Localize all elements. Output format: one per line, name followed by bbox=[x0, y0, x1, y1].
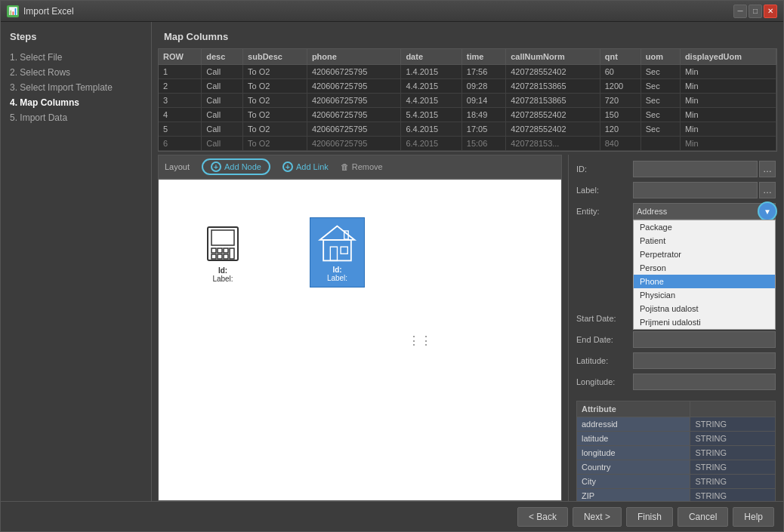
id-input[interactable] bbox=[633, 161, 758, 177]
window-icon: 📊 bbox=[7, 5, 19, 17]
canvas-body[interactable]: Id: Label: bbox=[158, 179, 562, 501]
step-3: 3. Select Import Template bbox=[10, 80, 142, 95]
svg-rect-6 bbox=[218, 254, 222, 259]
attr-type-header bbox=[690, 401, 776, 417]
add-link-button[interactable]: + Add Link bbox=[282, 161, 329, 172]
attr-table-row: longitudeSTRING bbox=[577, 446, 776, 460]
data-table-container: ROW desc subDesc phone date time callNum… bbox=[158, 48, 777, 152]
address-node-container: Id: Label: bbox=[310, 217, 365, 288]
entity-input[interactable]: Address bbox=[633, 203, 776, 220]
col-header-uom: uom bbox=[640, 49, 680, 65]
dropdown-item-pojistna[interactable]: Pojistna udalost bbox=[634, 302, 775, 315]
cancel-button[interactable]: Cancel bbox=[678, 507, 728, 527]
address-node-icon bbox=[316, 223, 358, 264]
svg-rect-12 bbox=[341, 247, 347, 254]
start-date-label: Start Date: bbox=[576, 314, 633, 323]
dropdown-item-physician[interactable]: Physician bbox=[634, 288, 775, 302]
phone-node[interactable]: Id: Label: bbox=[200, 221, 245, 283]
dropdown-item-patient[interactable]: Patient bbox=[634, 234, 775, 248]
table-row: 4CallTo O24206067257955.4.201518:4942072… bbox=[159, 108, 776, 122]
col-header-row: ROW bbox=[159, 49, 202, 65]
entity-label: Entity: bbox=[576, 207, 633, 216]
add-link-label: Add Link bbox=[296, 162, 329, 171]
end-date-row: End Date: bbox=[576, 331, 776, 348]
remove-label: Remove bbox=[352, 162, 383, 171]
step-4-active: 4. Map Columns bbox=[10, 95, 142, 110]
col-header-subdesc: subDesc bbox=[243, 49, 307, 65]
main-window: 📊 Import Excel ─ □ ✕ Steps 1. Select Fil… bbox=[0, 0, 784, 532]
bottom-section: Layout + Add Node + Add Link 🗑 Remove bbox=[152, 155, 783, 501]
close-button[interactable]: ✕ bbox=[764, 5, 777, 18]
svg-rect-2 bbox=[211, 248, 216, 253]
table-row: 2CallTo O24206067257954.4.201509:2842072… bbox=[159, 79, 776, 94]
col-header-date: date bbox=[401, 49, 461, 65]
finish-button[interactable]: Finish bbox=[626, 507, 673, 527]
dropdown-item-phone[interactable]: Phone bbox=[634, 275, 775, 288]
table-row: 6CallTo O24206067257956.4.201515:0642072… bbox=[159, 137, 776, 151]
svg-marker-10 bbox=[320, 226, 355, 240]
latitude-row: Latitude: bbox=[576, 352, 776, 369]
sidebar: Steps 1. Select File 2. Select Rows 3. S… bbox=[1, 22, 152, 501]
right-panel: ID: … Label: … Entity: bbox=[568, 155, 783, 501]
svg-rect-5 bbox=[211, 254, 216, 259]
remove-icon: 🗑 bbox=[341, 162, 349, 171]
longitude-label: Longitude: bbox=[576, 377, 633, 386]
svg-rect-7 bbox=[224, 254, 228, 259]
dropdown-item-package[interactable]: Package bbox=[634, 220, 775, 234]
help-button[interactable]: Help bbox=[733, 507, 774, 527]
minimize-button[interactable]: ─ bbox=[733, 5, 747, 18]
label-input[interactable] bbox=[633, 182, 758, 198]
entity-row: Entity: Address ▼ Package Pati bbox=[576, 203, 776, 220]
address-node[interactable]: Id: Label: bbox=[310, 217, 365, 288]
steps-list: 1. Select File 2. Select Rows 3. Select … bbox=[10, 50, 142, 125]
add-node-label: Add Node bbox=[224, 162, 261, 171]
add-link-icon: + bbox=[282, 161, 293, 172]
window-controls: ─ □ ✕ bbox=[733, 5, 777, 18]
drag-handle: ⋮⋮ bbox=[408, 333, 432, 347]
attr-table-row: latitudeSTRING bbox=[577, 432, 776, 446]
step-2: 2. Select Rows bbox=[10, 65, 142, 80]
entity-dropdown-menu[interactable]: Package Patient Perpetrator Person Phone… bbox=[633, 220, 776, 330]
dropdown-item-prijmeni[interactable]: Prijmeni udalosti bbox=[634, 315, 775, 329]
svg-rect-1 bbox=[211, 230, 234, 245]
next-button[interactable]: Next > bbox=[573, 507, 622, 527]
attribute-table: Attribute addressidSTRINGlatitudeSTRINGl… bbox=[576, 401, 776, 501]
longitude-input[interactable] bbox=[633, 374, 776, 390]
back-button[interactable]: < Back bbox=[517, 507, 568, 527]
phone-node-sublabel: Label: bbox=[212, 275, 233, 283]
canvas-toolbar: Layout + Add Node + Add Link 🗑 Remove bbox=[158, 155, 562, 179]
phone-node-icon bbox=[200, 221, 245, 266]
col-header-qnt: qnt bbox=[600, 49, 640, 65]
address-node-sublabel: Label: bbox=[316, 274, 358, 282]
attr-col-header: Attribute bbox=[577, 401, 690, 417]
entity-dropdown-arrow[interactable]: ▼ bbox=[758, 201, 777, 221]
remove-button[interactable]: 🗑 Remove bbox=[341, 162, 383, 171]
col-header-phone: phone bbox=[307, 49, 401, 65]
label-browse-button[interactable]: … bbox=[759, 182, 776, 198]
id-browse-button[interactable]: … bbox=[759, 161, 776, 177]
table-row: 1CallTo O24206067257951.4.201517:5642072… bbox=[159, 65, 776, 79]
canvas-area: Layout + Add Node + Add Link 🗑 Remove bbox=[152, 155, 568, 501]
col-header-displayeduom: displayedUom bbox=[680, 49, 776, 65]
main-panel: Map Columns ROW desc subDesc phone date … bbox=[152, 22, 783, 501]
svg-rect-11 bbox=[330, 247, 337, 260]
id-row: ID: … bbox=[576, 161, 776, 177]
data-table: ROW desc subDesc phone date time callNum… bbox=[159, 49, 776, 151]
add-node-icon: + bbox=[211, 161, 221, 172]
dropdown-item-person[interactable]: Person bbox=[634, 261, 775, 275]
add-node-button[interactable]: + Add Node bbox=[202, 158, 270, 175]
step-1: 1. Select File bbox=[10, 50, 142, 65]
entity-dropdown-wrapper: Address ▼ Package Patient Perpetrator bbox=[633, 203, 776, 220]
end-date-input[interactable] bbox=[633, 331, 776, 348]
phone-node-id-label: Id: bbox=[218, 266, 227, 275]
dropdown-item-perpetrator[interactable]: Perpetrator bbox=[634, 248, 775, 261]
end-date-label: End Date: bbox=[576, 335, 633, 344]
window-title: Import Excel bbox=[23, 6, 733, 17]
latitude-input[interactable] bbox=[633, 352, 776, 369]
form-section: ID: … Label: … Entity: bbox=[569, 155, 783, 401]
step-5: 5. Import Data bbox=[10, 110, 142, 125]
page-title: Map Columns bbox=[152, 22, 783, 48]
maximize-button[interactable]: □ bbox=[749, 5, 762, 18]
svg-rect-0 bbox=[208, 227, 238, 260]
attr-table-row: CountrySTRING bbox=[577, 460, 776, 475]
